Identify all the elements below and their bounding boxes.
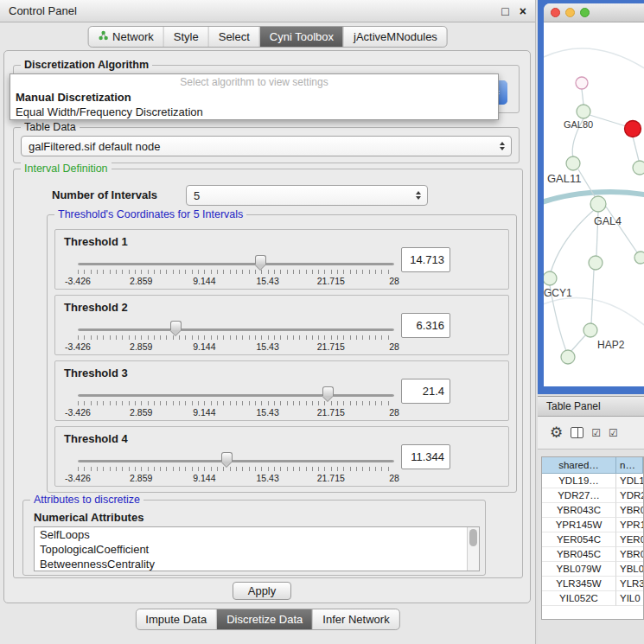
network-node[interactable]: [633, 161, 644, 175]
columns-icon[interactable]: [571, 427, 583, 438]
algorithm-option-equal-width[interactable]: Equal Width/Frequency Discretization: [10, 105, 498, 119]
network-node-selected-red[interactable]: [625, 121, 641, 137]
network-view-inner: GAL80 GAL11 GAL4 GCY1 HAP2: [544, 3, 644, 386]
network-node-hap2[interactable]: [583, 323, 597, 337]
table-row[interactable]: YBR043C YBR0: [542, 503, 643, 518]
slider-track[interactable]: [78, 263, 394, 265]
threshold-3-slider[interactable]: -3.426 2.859 9.144 15.43 21.715 28: [78, 386, 394, 420]
threshold-2-value[interactable]: 6.316: [401, 313, 450, 338]
table-row[interactable]: YDR27… YDR2: [542, 488, 643, 503]
threshold-1-value[interactable]: 14.713: [401, 247, 450, 272]
network-node[interactable]: [589, 256, 603, 270]
cell-name[interactable]: YBL0: [616, 562, 643, 577]
numerical-attributes-list[interactable]: SelfLoops TopologicalCoefficient Between…: [34, 526, 480, 571]
table-row[interactable]: YLR345W YLR3: [542, 577, 643, 591]
network-node-gcy1[interactable]: [544, 271, 557, 285]
column-header-name[interactable]: n…: [616, 457, 643, 474]
scrollbar-thumb[interactable]: [469, 529, 477, 546]
list-item[interactable]: SelfLoops: [35, 527, 479, 542]
cell-name[interactable]: YIL0: [616, 591, 643, 606]
threshold-2-slider[interactable]: -3.426 2.859 9.144 15.43 21.715 28: [78, 320, 394, 354]
slider-thumb[interactable]: [255, 255, 266, 265]
table-row[interactable]: YIL052C YIL0: [542, 591, 643, 606]
bottom-tab-bar: Impute Data Discretize Data Infer Networ…: [135, 609, 399, 630]
tab-jactivemnodules[interactable]: jActiveMNodules: [343, 27, 447, 47]
network-node-gal11[interactable]: [566, 156, 580, 170]
table-row[interactable]: YER054C YER0: [542, 532, 643, 547]
threshold-3-value[interactable]: 21.4: [401, 379, 450, 404]
scale-label: 15.43: [256, 276, 278, 286]
scale-label: 2.859: [130, 341, 152, 352]
minimize-traffic-light-icon[interactable]: [565, 8, 575, 17]
slider-track[interactable]: [78, 328, 394, 331]
network-node-gal80[interactable]: [577, 105, 590, 118]
table-row[interactable]: YPR145W YPR1: [542, 518, 643, 532]
table-row[interactable]: YBR045C YBR0: [542, 547, 643, 562]
network-node[interactable]: [634, 252, 644, 264]
tab-network[interactable]: Network: [88, 27, 163, 47]
zoom-traffic-light-icon[interactable]: [580, 8, 590, 17]
cell-name[interactable]: YER0: [616, 532, 643, 547]
network-node[interactable]: [576, 77, 588, 89]
close-icon[interactable]: ×: [520, 4, 526, 18]
cell-shared-name[interactable]: YLR345W: [542, 577, 616, 591]
checkbox-icon[interactable]: ☑: [609, 427, 618, 439]
tab-select[interactable]: Select: [208, 27, 259, 47]
cell-name[interactable]: YLR3: [616, 577, 643, 591]
cell-shared-name[interactable]: YDL19…: [542, 474, 616, 488]
tab-infer-network[interactable]: Infer Network: [312, 609, 399, 629]
cell-shared-name[interactable]: YBR045C: [542, 547, 616, 562]
table-row[interactable]: YBL079W YBL0: [542, 562, 643, 577]
scale-label: 28: [389, 473, 399, 483]
gear-icon[interactable]: ⚙: [550, 424, 563, 442]
cell-shared-name[interactable]: YPR145W: [542, 518, 616, 532]
tab-style-label: Style: [174, 30, 199, 43]
slider-scale: -3.426 2.859 9.144 15.43 21.715 28: [78, 276, 394, 286]
table-toolbar: ⚙ ☑ ☑: [538, 417, 644, 450]
network-canvas[interactable]: GAL80 GAL11 GAL4 GCY1 HAP2: [544, 22, 644, 386]
slider-thumb[interactable]: [170, 321, 182, 330]
close-traffic-light-icon[interactable]: [551, 8, 560, 17]
list-item[interactable]: BetweennessCentrality: [35, 557, 479, 571]
node-label-gcy1: GCY1: [544, 287, 572, 299]
tab-cyni-toolbox[interactable]: Cyni Toolbox: [259, 27, 343, 47]
column-header-shared-name[interactable]: shared…: [542, 457, 616, 474]
apply-button[interactable]: Apply: [233, 582, 291, 600]
table-row[interactable]: YDL19… YDL1: [542, 474, 643, 488]
list-item[interactable]: TopologicalCoefficient: [35, 542, 479, 557]
algorithm-placeholder-option[interactable]: Select algorithm to view settings: [10, 74, 498, 90]
node-table: shared… n… YDL19… YDL1 YDR27… YDR2 YBR04…: [541, 456, 644, 620]
threshold-4-slider[interactable]: -3.426 2.859 9.144 15.43 21.715 28: [78, 451, 394, 486]
float-window-icon[interactable]: □: [501, 4, 508, 18]
slider-track[interactable]: [78, 460, 394, 462]
checkbox-icon[interactable]: ☑: [591, 427, 601, 439]
scale-label: 21.715: [317, 276, 345, 286]
network-node-gal4[interactable]: [590, 196, 606, 212]
network-node[interactable]: [561, 350, 575, 364]
tab-discretize-data[interactable]: Discretize Data: [216, 609, 312, 629]
network-view-window: GAL80 GAL11 GAL4 GCY1 HAP2: [538, 0, 644, 394]
threshold-4-value[interactable]: 11.344: [401, 444, 450, 469]
threshold-1-slider[interactable]: -3.426 2.859 9.144 15.43 21.715 28: [78, 254, 394, 289]
cell-shared-name[interactable]: YIL052C: [542, 591, 616, 606]
cell-shared-name[interactable]: YBR043C: [542, 503, 616, 518]
list-scrollbar[interactable]: [467, 527, 479, 571]
cell-name[interactable]: YPR1: [616, 518, 643, 532]
tab-style[interactable]: Style: [163, 27, 208, 47]
scale-label: 15.43: [256, 407, 278, 418]
cell-shared-name[interactable]: YER054C: [542, 532, 616, 547]
slider-ruler: [78, 467, 394, 471]
slider-thumb[interactable]: [221, 452, 233, 462]
slider-thumb[interactable]: [322, 386, 334, 396]
tab-impute-data[interactable]: Impute Data: [136, 609, 216, 629]
algorithm-option-manual[interactable]: Manual Discretization: [10, 90, 498, 105]
slider-track[interactable]: [78, 394, 394, 397]
table-data-combo[interactable]: galFiltered.sif default node: [21, 136, 512, 156]
cell-shared-name[interactable]: YBL079W: [542, 562, 616, 577]
cell-name[interactable]: YBR0: [616, 503, 643, 518]
cell-name[interactable]: YBR0: [616, 547, 643, 562]
num-intervals-combo[interactable]: 5: [186, 185, 428, 206]
cell-name[interactable]: YDL1: [616, 474, 643, 488]
cell-shared-name[interactable]: YDR27…: [542, 488, 616, 503]
cell-name[interactable]: YDR2: [616, 488, 643, 503]
